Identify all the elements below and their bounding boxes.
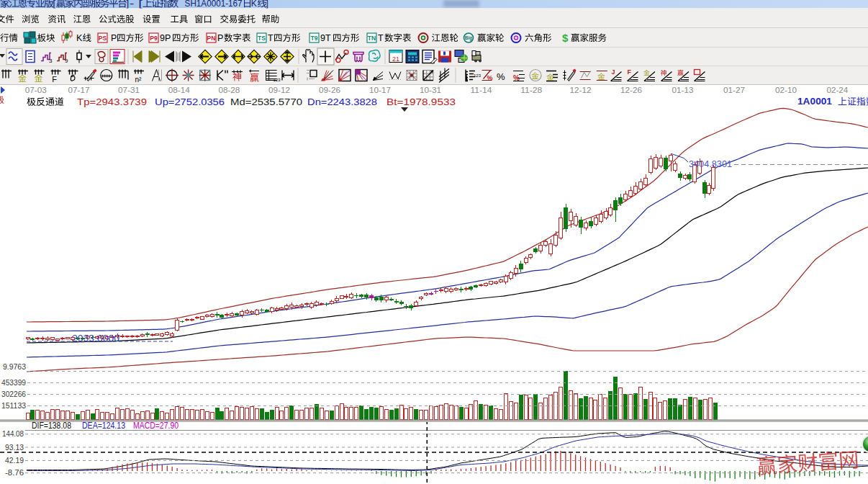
svg-text:]: ] <box>126 0 129 9</box>
svg-text:PN: PN <box>207 35 216 42</box>
svg-text:T: T <box>268 33 273 43</box>
svg-text:453399: 453399 <box>1 378 26 387</box>
svg-text:10-31: 10-31 <box>420 86 441 94</box>
svg-text:PS: PS <box>99 35 107 42</box>
svg-text:1A0001: 1A0001 <box>797 96 832 107</box>
svg-text:J: J <box>612 68 615 76</box>
svg-text:07-31: 07-31 <box>118 86 140 94</box>
svg-text:P9: P9 <box>150 35 158 42</box>
svg-text:%: % <box>497 71 505 82</box>
svg-text:151133: 151133 <box>1 401 26 410</box>
svg-text:Dn=2243.3828: Dn=2243.3828 <box>307 97 377 107</box>
svg-text:09-26: 09-26 <box>319 86 340 94</box>
svg-text:T9: T9 <box>311 35 318 42</box>
svg-text:302266: 302266 <box>1 390 26 398</box>
svg-text:Big: Big <box>465 35 473 41</box>
svg-text:09-12: 09-12 <box>268 86 290 94</box>
svg-text:2033.0000: 2033.0000 <box>72 333 119 344</box>
svg-text:Up=2752.0356: Up=2752.0356 <box>155 97 225 107</box>
svg-text:01-13: 01-13 <box>672 86 694 94</box>
svg-text:02-10: 02-10 <box>775 86 797 94</box>
svg-text:9: 9 <box>65 58 68 64</box>
svg-text:T: T <box>378 33 384 43</box>
svg-text:3: 3 <box>49 58 53 64</box>
svg-text:08-14: 08-14 <box>168 86 190 94</box>
svg-text:K: K <box>76 33 83 43</box>
svg-text:Bt=1978.9533: Bt=1978.9533 <box>386 97 456 107</box>
svg-text:42.19: 42.19 <box>5 456 24 465</box>
svg-text:9.9763: 9.9763 <box>3 362 26 371</box>
svg-text:F: F <box>52 75 57 84</box>
svg-text:3404.8301: 3404.8301 <box>689 159 732 169</box>
svg-text:K: K <box>251 0 257 9</box>
svg-text:P: P <box>111 33 117 43</box>
svg-text:123: 123 <box>273 78 281 82</box>
svg-text:11-28: 11-28 <box>520 86 542 94</box>
svg-text:DEA=124.13: DEA=124.13 <box>82 421 125 431</box>
svg-text:Tp=2943.3739: Tp=2943.3739 <box>77 97 147 107</box>
svg-text:-8.76: -8.76 <box>5 468 24 477</box>
svg-text:TN: TN <box>368 35 376 42</box>
svg-text:- [: - [ <box>130 0 143 9</box>
svg-text:Md=2535.5770: Md=2535.5770 <box>230 97 302 107</box>
svg-text:12-26: 12-26 <box>620 86 642 94</box>
svg-text:10-17: 10-17 <box>369 86 391 94</box>
svg-text:07-17: 07-17 <box>68 86 90 94</box>
svg-text:P: P <box>217 33 223 43</box>
svg-text:08-28: 08-28 <box>218 86 240 94</box>
svg-text:%: % <box>487 74 493 81</box>
svg-text:123: 123 <box>474 73 482 78</box>
svg-text:93.13: 93.13 <box>5 443 24 452</box>
svg-text:12-12: 12-12 <box>570 86 592 94</box>
svg-text:07-03: 07-03 <box>25 86 47 94</box>
svg-text:21: 21 <box>392 55 399 63</box>
svg-text:01-27: 01-27 <box>723 86 745 94</box>
svg-text:$: $ <box>562 32 569 44</box>
svg-text:144.08: 144.08 <box>2 429 24 438</box>
svg-text:F: F <box>628 68 632 76</box>
svg-text:11-14: 11-14 <box>471 86 492 94</box>
svg-text:DIF=138.08: DIF=138.08 <box>32 421 71 431</box>
svg-text:02-24: 02-24 <box>826 86 848 94</box>
svg-text:SH1A0001-167: SH1A0001-167 <box>185 0 243 9</box>
svg-text:]: ] <box>266 0 268 9</box>
svg-text:MACD=27.90: MACD=27.90 <box>133 421 178 431</box>
svg-text:9T: 9T <box>320 33 331 43</box>
svg-text:TS: TS <box>258 35 266 42</box>
svg-text:9P: 9P <box>160 33 171 43</box>
svg-text:n²: n² <box>135 76 143 84</box>
